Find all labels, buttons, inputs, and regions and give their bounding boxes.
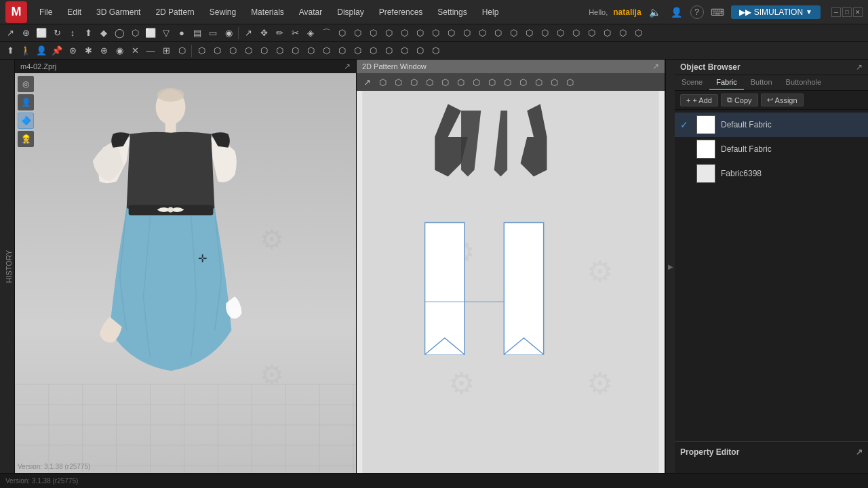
tool-2d-extra1[interactable]: ⬡	[506, 26, 521, 41]
tool2-2d-2[interactable]: ⬡	[210, 43, 224, 58]
tool-select[interactable]: ↗	[3, 26, 18, 41]
tool-2d-curve[interactable]: ⌒	[319, 26, 334, 41]
fabric-item-3[interactable]: ✓ Fabric6398	[675, 161, 868, 186]
tool-2d-extra2[interactable]: ⬡	[521, 26, 536, 41]
tool-2dv-13[interactable]: ⬡	[547, 75, 561, 89]
tool-frame[interactable]: ▭	[205, 26, 220, 41]
tool2-2d-1[interactable]: ⬡	[194, 43, 209, 58]
vp2d-expand-icon[interactable]: ↗	[652, 62, 659, 71]
tool2-2d-4[interactable]: ⬡	[241, 43, 256, 58]
tool-2d-fold[interactable]: ⬡	[381, 26, 396, 41]
tool-2dv-9[interactable]: ⬡	[484, 75, 499, 89]
tool-2d-move[interactable]: ✥	[256, 26, 271, 41]
shortcut-icon[interactable]: ⌨	[709, 4, 726, 20]
tool-2d-extra7[interactable]: ⬡	[599, 26, 614, 41]
tool2-line[interactable]: —	[143, 43, 158, 58]
view-tool-4[interactable]: 👷	[18, 131, 34, 147]
tab-fabric[interactable]: Fabric	[709, 75, 744, 90]
tool2-x[interactable]: ✕	[127, 43, 142, 58]
menu-file[interactable]: File	[33, 5, 59, 20]
right-panel-arrow-left[interactable]: ▶	[665, 60, 675, 473]
tool-2d-extra6[interactable]: ⬡	[584, 26, 599, 41]
tool-2d-extra4[interactable]: ⬡	[553, 26, 568, 41]
simulation-button[interactable]: ▶▶ SIMULATION ▼	[731, 5, 821, 19]
tool-move[interactable]: ↕	[65, 26, 80, 41]
menu-help[interactable]: Help	[475, 5, 506, 20]
fabric-item-1[interactable]: ✓ Default Fabric	[675, 113, 868, 137]
tool2-2d-12[interactable]: ⬡	[366, 43, 380, 58]
tool-2dv-3[interactable]: ⬡	[391, 75, 406, 89]
tool-2dv-6[interactable]: ⬡	[437, 75, 452, 89]
tool-2d-node[interactable]: ◈	[303, 26, 318, 41]
tool-2d-trace[interactable]: ⬡	[334, 26, 349, 41]
tool-rotate[interactable]: ↻	[50, 26, 64, 41]
sim-dropdown-icon[interactable]: ▼	[806, 8, 812, 16]
tool2-snap[interactable]: ✱	[81, 43, 96, 58]
tool-2dv-4[interactable]: ⬡	[406, 75, 421, 89]
tool2-grid2[interactable]: ⊞	[159, 43, 174, 58]
tool-2d-extra5[interactable]: ⬡	[568, 26, 583, 41]
tab-buttonhole[interactable]: Buttonhole	[779, 75, 829, 90]
object-browser-expand-icon[interactable]: ↗	[856, 62, 863, 72]
tool-2dv-7[interactable]: ⬡	[453, 75, 468, 89]
tool-taper[interactable]: ▽	[159, 26, 174, 41]
menu-display[interactable]: Display	[330, 5, 370, 20]
tool-2d-text[interactable]: ⬡	[459, 26, 474, 41]
tool2-2d-15[interactable]: ⬡	[412, 43, 427, 58]
tool-2d-grainline[interactable]: ⬡	[428, 26, 443, 41]
help-icon[interactable]: ?	[690, 5, 704, 19]
tab-button[interactable]: Button	[744, 75, 779, 90]
tool-garment-move[interactable]: ⬆	[81, 26, 96, 41]
menu-sewing[interactable]: Sewing	[203, 5, 243, 20]
tool2-2d-10[interactable]: ⬡	[334, 43, 349, 58]
property-editor-expand-icon[interactable]: ↗	[856, 447, 863, 457]
tool-dot[interactable]: ●	[174, 26, 189, 41]
tool2-up[interactable]: ⬆	[3, 43, 18, 58]
tool-2dv-11[interactable]: ⬡	[515, 75, 530, 89]
tool-2d-measure[interactable]: ⬡	[475, 26, 490, 41]
tool-2dv-1[interactable]: ↗	[359, 75, 374, 89]
viewport-2d[interactable]: 2D Pattern Window ↗ ↗ ⬡ ⬡ ⬡ ⬡ ⬡ ⬡ ⬡ ⬡ ⬡ …	[357, 60, 665, 473]
tool2-magnet[interactable]: ⊛	[65, 43, 80, 58]
assign-fabric-button[interactable]: ↩ Assign	[761, 94, 804, 106]
tool-2d-extra9[interactable]: ⬡	[631, 26, 646, 41]
tool-2dv-14[interactable]: ⬡	[562, 75, 577, 89]
copy-fabric-button[interactable]: ⧉ Copy	[721, 94, 758, 106]
viewport-3d[interactable]: m4-02.Zprj ↗ ◎ 👤 🔷 👷	[15, 60, 357, 473]
minimize-button[interactable]: ─	[831, 7, 841, 17]
tool-2d-pen[interactable]: ✏	[272, 26, 287, 41]
tool2-2d-14[interactable]: ⬡	[397, 43, 412, 58]
tool-2d-select[interactable]: ↗	[241, 26, 256, 41]
tool-2d-extra8[interactable]: ⬡	[615, 26, 630, 41]
tool-hex[interactable]: ⬡	[127, 26, 142, 41]
tool-grid[interactable]: ▤	[190, 26, 205, 41]
tool2-avatar2[interactable]: 👤	[34, 43, 49, 58]
fabric-item-2[interactable]: ✓ Default Fabric	[675, 137, 868, 161]
view-tool-1[interactable]: ◎	[18, 76, 34, 92]
tool-2d-mark[interactable]: ⬡	[443, 26, 458, 41]
user-icon[interactable]: 👤	[669, 4, 685, 20]
tool-add[interactable]: ⊕	[18, 26, 33, 41]
menu-preferences[interactable]: Preferences	[372, 5, 430, 20]
view-tool-2[interactable]: 👤	[18, 94, 34, 110]
tool-2dv-8[interactable]: ⬡	[469, 75, 484, 89]
tool-transform[interactable]: ⬜	[34, 26, 49, 41]
tool-2d-internal[interactable]: ⬡	[412, 26, 427, 41]
sidebar-history[interactable]: HISTORY	[3, 245, 14, 289]
tool-2d-dart[interactable]: ⬡	[366, 26, 380, 41]
tool2-avatar[interactable]: 🚶	[18, 43, 33, 58]
menu-3d-garment[interactable]: 3D Garment	[90, 5, 147, 20]
tool-2d-cut[interactable]: ✂	[288, 26, 302, 41]
menu-avatar[interactable]: Avatar	[292, 5, 329, 20]
tool2-2d-16[interactable]: ⬡	[428, 43, 443, 58]
tool2-2d-8[interactable]: ⬡	[303, 43, 318, 58]
tool2-2d-11[interactable]: ⬡	[350, 43, 365, 58]
tool-2d-extra3[interactable]: ⬡	[537, 26, 552, 41]
tool2-2d-3[interactable]: ⬡	[225, 43, 240, 58]
menu-settings[interactable]: Settings	[431, 5, 473, 20]
tool-2dv-2[interactable]: ⬡	[375, 75, 390, 89]
tool-2dv-10[interactable]: ⬡	[500, 75, 515, 89]
tool-2d-seam[interactable]: ⬡	[350, 26, 365, 41]
tab-scene[interactable]: Scene	[675, 75, 709, 90]
tool-shape[interactable]: ◆	[96, 26, 111, 41]
